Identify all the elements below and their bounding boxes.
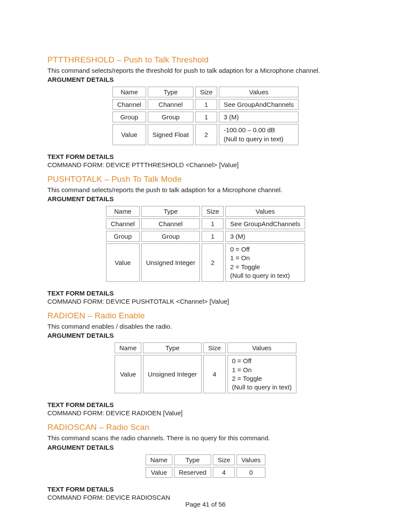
cell-size: 2: [195, 124, 217, 145]
cell-name: Value: [112, 124, 146, 145]
section-description: This command scans the radio channels. T…: [47, 434, 364, 442]
cell-values: -100.00 – 0.00 dB (Null to query in text…: [219, 124, 299, 145]
col-type: Type: [141, 206, 200, 217]
cell-size: 1: [202, 218, 224, 229]
cell-name: Channel: [112, 99, 146, 110]
cell-type: Unsigned Integer: [141, 243, 200, 282]
table-header-row: Name Type Size Values: [106, 206, 305, 217]
col-values: Values: [227, 342, 296, 353]
cell-type: Reserved: [174, 467, 211, 478]
command-form: COMMAND FORM: DEVICE PUSHTOTALK <Channel…: [47, 298, 364, 305]
table-row: Channel Channel 1 See GroupAndChannels: [112, 99, 299, 110]
table-row: Value Unsigned Integer 4 0 = Off 1 = On …: [115, 355, 296, 393]
text-form-details-label: TEXT FORM DETAILS: [47, 153, 364, 160]
col-name: Name: [146, 454, 172, 465]
section-title: RADIOSCAN – Radio Scan: [47, 423, 364, 432]
col-size: Size: [202, 206, 224, 217]
cell-name: Value: [106, 243, 140, 282]
col-type: Type: [174, 454, 211, 465]
cell-name: Channel: [106, 218, 140, 229]
section-description: This command enables / disables the radi…: [47, 322, 364, 331]
cell-values: 3 (M): [225, 231, 305, 242]
section-title: RADIOEN – Radio Enable: [47, 311, 364, 320]
col-size: Size: [213, 454, 235, 465]
col-name: Name: [112, 87, 146, 97]
col-type: Type: [143, 342, 202, 353]
cell-name: Group: [106, 231, 140, 242]
cell-values: 3 (M): [219, 112, 299, 122]
cell-values: See GroupAndChannels: [219, 99, 299, 110]
text-form-details-label: TEXT FORM DETAILS: [47, 485, 364, 493]
cell-type: Group: [148, 112, 193, 122]
cell-type: Group: [141, 231, 200, 242]
text-form-details-label: TEXT FORM DETAILS: [47, 401, 364, 408]
section-description: This command selects/reports the push to…: [47, 186, 364, 194]
col-name: Name: [115, 342, 141, 353]
section-description: This command selects/reports the thresho…: [47, 66, 364, 75]
table-row: Value Unsigned Integer 2 0 = Off 1 = On …: [106, 243, 305, 282]
document-page: PTTTHRESHOLD – Push to Talk Threshold Th…: [0, 0, 411, 532]
cell-name: Group: [112, 112, 146, 122]
cell-values: See GroupAndChannels: [225, 218, 305, 229]
col-size: Size: [203, 342, 225, 353]
col-size: Size: [195, 87, 217, 97]
argument-details-label: ARGUMENT DETAILS: [47, 444, 364, 451]
cell-size: 4: [203, 355, 225, 393]
section-title: PUSHTOTALK – Push To Talk Mode: [47, 174, 364, 184]
argument-details-label: ARGUMENT DETAILS: [47, 76, 364, 83]
table-header-row: Name Type Size Values: [115, 342, 296, 353]
cell-type: Channel: [148, 99, 193, 110]
col-values: Values: [237, 454, 265, 465]
command-form: COMMAND FORM: DEVICE RADIOEN [Value]: [47, 409, 364, 417]
argument-details-label: ARGUMENT DETAILS: [47, 195, 364, 202]
cell-size: 1: [195, 112, 217, 122]
cell-type: Unsigned Integer: [143, 355, 202, 393]
argument-table: Name Type Size Values Channel Channel 1 …: [104, 204, 307, 283]
cell-size: 1: [195, 99, 217, 110]
cell-name: Value: [146, 467, 172, 478]
text-form-details-label: TEXT FORM DETAILS: [47, 289, 364, 297]
argument-details-label: ARGUMENT DETAILS: [47, 332, 364, 339]
cell-values: 0 = Off 1 = On 2 = Toggle (Null to query…: [227, 355, 296, 393]
cell-values: 0 = Off 1 = On 2 = Toggle (Null to query…: [225, 243, 305, 282]
section-title: PTTTHRESHOLD – Push to Talk Threshold: [47, 55, 364, 65]
cell-size: 2: [202, 243, 224, 282]
argument-table: Name Type Size Values Channel Channel 1 …: [111, 85, 300, 147]
command-form: COMMAND FORM: DEVICE PTTTHRESHOLD <Chann…: [47, 161, 364, 168]
page-number: Page 41 of 56: [0, 501, 411, 508]
table-row: Group Group 1 3 (M): [112, 112, 299, 122]
col-values: Values: [225, 206, 305, 217]
table-row: Channel Channel 1 See GroupAndChannels: [106, 218, 305, 229]
table-row: Value Signed Float 2 -100.00 – 0.00 dB (…: [112, 124, 299, 145]
col-values: Values: [219, 87, 299, 97]
cell-name: Value: [115, 355, 141, 393]
cell-type: Channel: [141, 218, 200, 229]
argument-table: Name Type Size Values Value Reserved 4 0: [144, 453, 267, 479]
cell-size: 4: [213, 467, 235, 478]
cell-values: 0: [237, 467, 265, 478]
argument-table: Name Type Size Values Value Unsigned Int…: [113, 341, 298, 395]
table-row: Value Reserved 4 0: [146, 467, 265, 478]
col-type: Type: [148, 87, 193, 97]
cell-size: 1: [202, 231, 224, 242]
command-form: COMMAND FORM: DEVICE RADIOSCAN: [47, 494, 364, 501]
col-name: Name: [106, 206, 140, 217]
cell-type: Signed Float: [148, 124, 193, 145]
table-row: Group Group 1 3 (M): [106, 231, 305, 242]
table-header-row: Name Type Size Values: [112, 87, 299, 97]
table-header-row: Name Type Size Values: [146, 454, 265, 465]
